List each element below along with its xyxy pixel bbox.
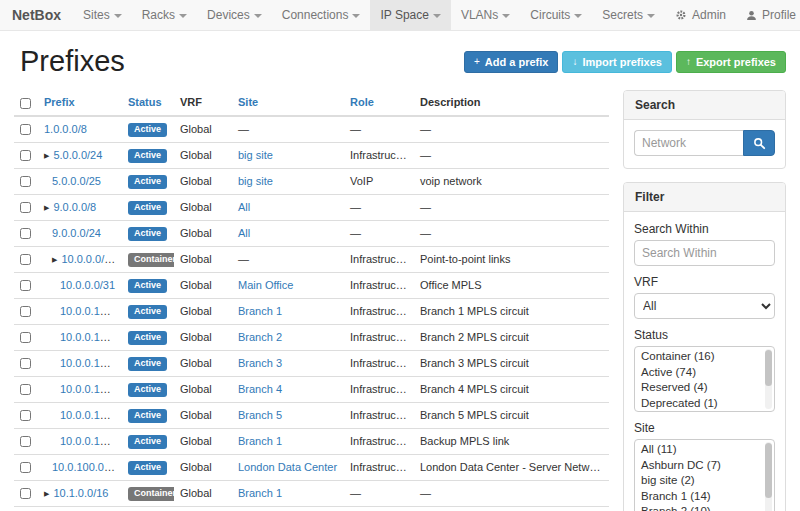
role-cell: VoIP: [344, 168, 414, 194]
status-badge: Active: [128, 409, 167, 423]
prefix-link[interactable]: 9.0.0.0/8: [53, 201, 96, 213]
row-checkbox[interactable]: [20, 488, 31, 499]
expand-caret-icon[interactable]: ▶: [44, 490, 49, 497]
select-option[interactable]: Container (16): [635, 349, 762, 365]
chevron-down-icon: [647, 14, 655, 18]
prefix-link[interactable]: 5.0.0.0/25: [52, 175, 101, 187]
site-cell: Main Office: [232, 272, 344, 298]
prefix-link[interactable]: 1.0.0.0/8: [44, 123, 87, 135]
select-option[interactable]: All (11): [635, 442, 762, 458]
column-header-site[interactable]: Site: [232, 90, 344, 116]
prefix-link[interactable]: 10.0.0.130/31: [60, 331, 122, 343]
navbar-brand[interactable]: NetBox: [10, 0, 73, 30]
prefix-link[interactable]: 10.0.0.134/31: [60, 383, 122, 395]
row-checkbox[interactable]: [20, 176, 31, 187]
nav-item-secrets[interactable]: Secrets: [592, 0, 665, 30]
site-link[interactable]: Main Office: [238, 279, 293, 291]
scrollbar-thumb[interactable]: [765, 443, 772, 498]
site-link[interactable]: Branch 1: [238, 305, 282, 317]
nav-item-devices[interactable]: Devices: [197, 0, 272, 30]
chevron-down-icon: [179, 14, 187, 18]
status-cell: Active: [122, 116, 174, 143]
nav-item-sites[interactable]: Sites: [73, 0, 132, 30]
site-link[interactable]: Branch 2: [238, 331, 282, 343]
expand-caret-icon[interactable]: ▶: [44, 204, 49, 211]
column-header-status[interactable]: Status: [122, 90, 174, 116]
nav-item-connections[interactable]: Connections: [272, 0, 371, 30]
chevron-down-icon: [254, 14, 262, 18]
site-link[interactable]: Branch 3: [238, 357, 282, 369]
nav-item-racks[interactable]: Racks: [132, 0, 197, 30]
column-header-role[interactable]: Role: [344, 90, 414, 116]
site-link[interactable]: Branch 1: [238, 435, 282, 447]
import-prefixes-button[interactable]: ↓Import prefixes: [562, 51, 671, 73]
prefix-link[interactable]: 10.1.0.0/16: [53, 487, 108, 499]
prefix-link[interactable]: 10.0.0.136/31: [60, 409, 122, 421]
prefix-link[interactable]: 10.0.100.0/24: [52, 461, 119, 473]
prefix-link[interactable]: 10.0.0.128/31: [60, 305, 122, 317]
row-checkbox[interactable]: [20, 436, 31, 447]
expand-caret-icon[interactable]: ▶: [44, 152, 49, 159]
status-cell: Container: [122, 506, 174, 511]
site-link[interactable]: Branch 1: [238, 487, 282, 499]
site-cell: Branch 2: [232, 324, 344, 350]
row-checkbox[interactable]: [20, 202, 31, 213]
select-option[interactable]: Branch 2 (10): [635, 504, 762, 511]
nav-item-ip-space[interactable]: IP Space: [370, 0, 450, 30]
select-option[interactable]: Branch 1 (14): [635, 489, 762, 505]
add-a-prefix-button[interactable]: +Add a prefix: [464, 51, 558, 73]
site-link[interactable]: big site: [238, 149, 273, 161]
status-multiselect[interactable]: Container (16)Active (74)Reserved (4)Dep…: [634, 346, 775, 412]
row-checkbox[interactable]: [20, 124, 31, 135]
prefix-link[interactable]: 10.0.0.138/31: [60, 435, 122, 447]
nav-item-label: Profile: [762, 8, 796, 22]
row-checkbox[interactable]: [20, 358, 31, 369]
expand-caret-icon[interactable]: ▶: [52, 256, 57, 263]
prefix-link[interactable]: 10.0.0.0/24: [61, 253, 116, 265]
vrf-select[interactable]: All: [634, 293, 775, 319]
row-checkbox[interactable]: [20, 254, 31, 265]
scrollbar-thumb[interactable]: [765, 350, 772, 386]
scrollbar[interactable]: [765, 349, 772, 409]
search-within-input[interactable]: [634, 240, 775, 266]
prefix-cell: ▶9.0.0.0/8: [38, 194, 122, 220]
site-multiselect[interactable]: All (11)Ashburn DC (7)big site (2)Branch…: [634, 439, 775, 511]
row-checkbox[interactable]: [20, 228, 31, 239]
site-link[interactable]: Branch 5: [238, 409, 282, 421]
site-link[interactable]: All: [238, 201, 250, 213]
nav-item-admin[interactable]: Admin: [665, 0, 736, 30]
site-cell: —: [232, 246, 344, 272]
prefix-link[interactable]: 10.0.0.132/31: [60, 357, 122, 369]
select-option[interactable]: Active (74): [635, 365, 762, 381]
select-option[interactable]: Ashburn DC (7): [635, 458, 762, 474]
export-prefixes-button[interactable]: ↑Export prefixes: [676, 51, 786, 73]
select-option[interactable]: Reserved (4): [635, 380, 762, 396]
nav-item-vlans[interactable]: VLANs: [451, 0, 520, 30]
description-cell: —: [414, 142, 609, 168]
nav-item-circuits[interactable]: Circuits: [520, 0, 592, 30]
scrollbar[interactable]: [765, 442, 772, 511]
nav-item-profile[interactable]: Profile: [736, 0, 800, 30]
row-checkbox[interactable]: [20, 306, 31, 317]
select-all-checkbox[interactable]: [20, 98, 31, 109]
row-checkbox[interactable]: [20, 410, 31, 421]
vrf-cell: Global: [174, 376, 232, 402]
row-checkbox[interactable]: [20, 462, 31, 473]
row-checkbox[interactable]: [20, 384, 31, 395]
prefix-link[interactable]: 10.0.0.0/31: [60, 279, 115, 291]
site-link[interactable]: Branch 4: [238, 383, 282, 395]
site-link[interactable]: big site: [238, 175, 273, 187]
site-link[interactable]: All: [238, 227, 250, 239]
row-checkbox[interactable]: [20, 332, 31, 343]
search-input[interactable]: [634, 130, 743, 156]
row-checkbox[interactable]: [20, 280, 31, 291]
search-button[interactable]: [743, 130, 775, 156]
prefix-link[interactable]: 5.0.0.0/24: [53, 149, 102, 161]
prefix-link[interactable]: 9.0.0.0/24: [52, 227, 101, 239]
select-option[interactable]: Deprecated (1): [635, 396, 762, 412]
role-cell: Infrastructure: [344, 142, 414, 168]
select-option[interactable]: big site (2): [635, 473, 762, 489]
site-link[interactable]: London Data Center: [238, 461, 337, 473]
row-checkbox[interactable]: [20, 150, 31, 161]
column-header-prefix[interactable]: Prefix: [38, 90, 122, 116]
